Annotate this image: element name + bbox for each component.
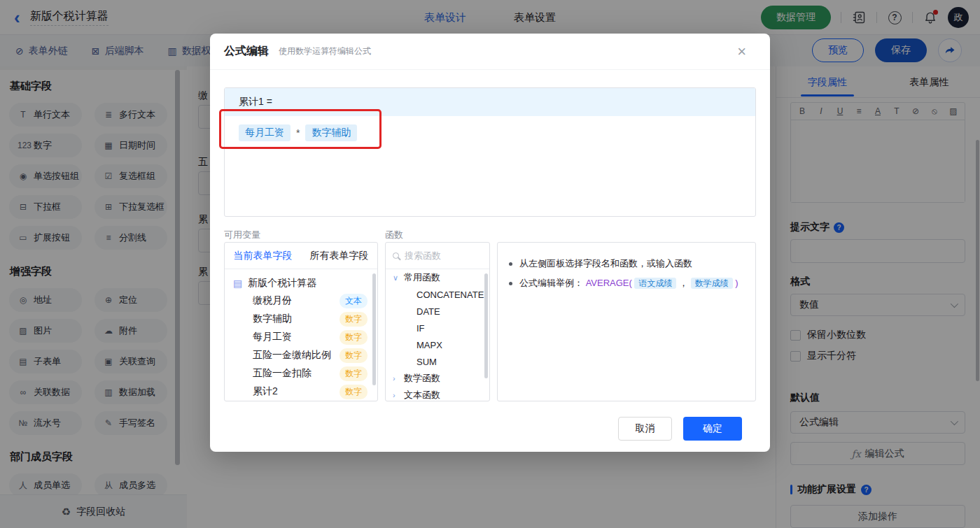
variable-type-badge: 数字 [340,348,368,363]
confirm-button[interactable]: 确定 [683,417,742,441]
function-search [386,243,489,269]
formula-operator: * [296,127,300,138]
function-row[interactable]: ∨ 常用函数 [386,269,489,286]
variable-item[interactable]: 五险一金扣除 数字 [225,364,377,383]
function-label: 常用函数 [404,271,440,284]
help-example-chip: 语文成绩 [634,278,676,289]
help-example-prefix: 公式编辑举例： [519,278,583,288]
search-icon [393,252,399,259]
functions-panel: ∨ 常用函数 CONCATENATE DATE IF [385,242,490,401]
variables-tabs: 当前表单字段所有表单字段 [225,243,377,269]
formula-help-panel: 从左侧面板选择字段名和函数，或输入函数 公式编辑举例： AVERAGE( 语文成… [497,242,756,401]
variable-label: 数字辅助 [253,313,292,325]
variables-section-label: 可用变量 [224,229,260,241]
function-row[interactable]: › 文本函数 [386,387,489,401]
variables-tab[interactable]: 所有表单字段 [310,250,369,262]
variable-label: 每月工资 [253,331,292,343]
function-label: CONCATENATE [416,290,484,300]
modal-subtitle: 使用数学运算符编辑公式 [279,45,371,57]
variables-tab[interactable]: 当前表单字段 [234,250,293,262]
variable-type-badge: 数字 [340,330,368,345]
formula-token[interactable]: 每月工资 [239,124,290,141]
help-text: 从左侧面板选择字段名和函数，或输入函数 [519,257,692,271]
function-row[interactable]: MAPX [386,336,489,353]
cancel-button[interactable]: 取消 [618,417,672,441]
bullet-dot-icon [509,262,512,266]
help-example-comma: ， [679,278,688,288]
function-label: IF [416,323,425,334]
close-icon[interactable]: × [737,44,746,59]
bullet-dot-icon [509,282,512,285]
function-label: DATE [416,306,440,317]
modal-header: 公式编辑 使用数学运算符编辑公式 × [210,34,770,70]
variable-item[interactable]: 五险一金缴纳比例 数字 [225,346,377,364]
modal-title: 公式编辑 [224,44,269,59]
function-search-input[interactable] [405,250,475,261]
variable-label: 五险一金扣除 [253,367,312,380]
function-row[interactable]: DATE [386,303,489,320]
variable-item[interactable]: 数字 [225,401,377,401]
chevron-icon: › [393,374,400,383]
function-label: SUM [416,357,437,367]
functions-section-label: 函数 [385,229,403,241]
function-row[interactable]: IF [386,320,489,336]
formula-token[interactable]: 数字辅助 [305,124,357,141]
variables-tree-root[interactable]: ▤ 新版个税计算器 [225,269,377,292]
help-example-function: AVERAGE( [586,278,632,288]
variable-label: 缴税月份 [253,294,292,307]
function-row[interactable]: › 数学函数 [386,370,489,387]
variable-item[interactable]: 缴税月份 文本 [225,292,377,310]
chevron-icon: ∨ [393,273,400,283]
formula-input-area[interactable]: 每月工资 * 数字辅助 [225,116,755,150]
help-bullet: 公式编辑举例： AVERAGE( 语文成绩 ， 数学成绩 ) [509,276,744,290]
help-example-close: ) [735,278,738,288]
function-row[interactable]: SUM [386,353,489,370]
variable-type-badge: 文本 [340,294,368,308]
help-bullet: 从左侧面板选择字段名和函数，或输入函数 [509,257,744,271]
variable-item[interactable]: 累计2 数字 [225,383,377,401]
variable-type-badge: 数字 [340,366,368,381]
formula-editor-box: 累计1 = 每月工资 * 数字辅助 [224,87,756,217]
variables-scrollbar[interactable] [372,273,376,385]
function-label: MAPX [416,340,442,350]
form-doc-icon: ▤ [233,278,242,289]
chevron-icon: › [393,391,400,399]
help-example-chip: 数学成绩 [691,278,733,289]
functions-scrollbar[interactable] [484,273,488,378]
variables-panel: 当前表单字段所有表单字段 ▤ 新版个税计算器 缴税月份 文本 数字辅助 数字 [224,242,378,401]
variable-item[interactable]: 每月工资 数字 [225,328,377,346]
formula-editor-modal: 公式编辑 使用数学运算符编辑公式 × 累计1 = 每月工资 * 数字辅助 可用变… [210,34,770,452]
app-window: ‹ 新版个税计算器 表单设计表单设置 数据管理 ? 政 [0,0,980,528]
function-label: 数学函数 [404,372,440,385]
function-row[interactable]: CONCATENATE [386,286,489,303]
variable-item[interactable]: 数字辅助 数字 [225,310,377,328]
function-label: 文本函数 [404,389,440,401]
formula-target: 累计1 = [225,88,755,116]
variables-root-label: 新版个税计算器 [248,277,316,290]
variable-label: 五险一金缴纳比例 [253,349,331,362]
variable-label: 累计2 [253,385,278,398]
help-text: 公式编辑举例： AVERAGE( 语文成绩 ， 数学成绩 ) [519,276,738,290]
variable-type-badge: 数字 [340,385,368,399]
variable-type-badge: 数字 [340,312,368,327]
